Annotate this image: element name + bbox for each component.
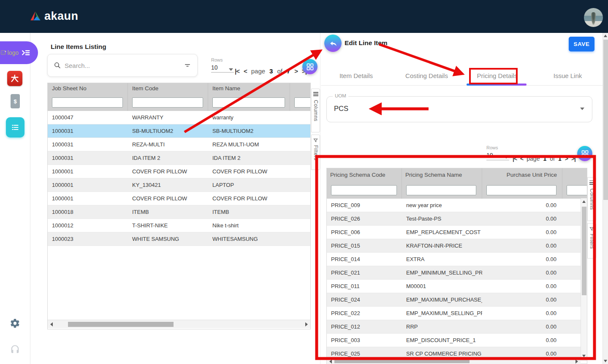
- left-panel-title: Line Items Listing: [51, 43, 106, 51]
- pricing-table-header: Pricing Schema Code Pricing Schema Name …: [327, 168, 587, 182]
- dollar-doc-icon: $: [14, 98, 16, 105]
- tab-pricing-details[interactable]: Pricing Details: [462, 67, 532, 85]
- line-item-row[interactable]: 1000047WARRANTYwarranty: [48, 111, 310, 124]
- expand-sidebar-icon[interactable]: [20, 48, 31, 57]
- line-item-row[interactable]: 1000031SB-MULTIUOM2SB-MULTIUOM2: [48, 124, 310, 138]
- first-page-button[interactable]: |<: [235, 67, 239, 75]
- current-page: 1: [543, 155, 546, 162]
- column-filter-input[interactable]: [331, 185, 397, 195]
- line-item-row[interactable]: 1000001COVER FOR PILLOWCOVER FOR PILLOW: [48, 165, 310, 178]
- pricing-schema-row[interactable]: PRICE_012RRP0.00: [327, 320, 587, 334]
- column-header-purchase-unit-price[interactable]: Purchase Unit Price: [482, 168, 562, 182]
- line-item-row[interactable]: 1000018ITEMBITEMB: [48, 205, 310, 219]
- pricing-schema-row[interactable]: PRICE_009new year price0.00: [327, 199, 587, 212]
- line-item-row[interactable]: 1000001COVER FOR PILLOWCOVER FOR PILLOW: [48, 192, 310, 205]
- tab-costing-details[interactable]: Costing Details: [391, 67, 462, 85]
- line-item-row-cell: COVER FOR PILLOW: [208, 192, 290, 205]
- save-button[interactable]: SAVE: [569, 37, 594, 51]
- scroll-up-icon[interactable]: [604, 35, 607, 37]
- total-pages: 7: [287, 67, 290, 75]
- settings-button[interactable]: [10, 318, 20, 329]
- line-items-table-header: Job Sheet No Item Code Item Name: [48, 83, 310, 94]
- pricing-filters-side-tab[interactable]: Filters: [587, 223, 596, 259]
- rows-per-page-select[interactable]: 10: [486, 152, 509, 160]
- last-page-button[interactable]: >|: [571, 155, 575, 162]
- first-page-button[interactable]: |<: [513, 155, 517, 162]
- column-header-pricing-schema-code[interactable]: Pricing Schema Code: [327, 168, 402, 182]
- scroll-left-icon[interactable]: [50, 322, 53, 326]
- pricing-schema-row[interactable]: PRICE_015KRAFTON-INR-PRICE0.00: [327, 239, 587, 253]
- left-filters-side-tab[interactable]: Filters: [311, 135, 320, 170]
- line-items-horizontal-scrollbar[interactable]: [48, 320, 310, 328]
- pricing-schema-row[interactable]: PRICE_011M000010.00: [327, 280, 587, 293]
- line-item-row-cell: warranty: [208, 111, 290, 124]
- column-filter-input[interactable]: [132, 97, 203, 108]
- scroll-left-icon[interactable]: [329, 359, 332, 364]
- active-tab-indicator: [467, 84, 527, 86]
- pricing-rows-per-page-control: Rows 10: [486, 145, 509, 160]
- user-avatar[interactable]: [584, 8, 603, 27]
- grid-view-button[interactable]: [302, 59, 318, 74]
- chevron-down-icon[interactable]: [580, 108, 584, 110]
- scroll-up-icon[interactable]: [582, 200, 586, 203]
- prev-page-button[interactable]: <: [244, 67, 247, 75]
- scroll-right-icon[interactable]: [305, 322, 308, 326]
- sidebar-item-app-icon[interactable]: [7, 71, 22, 86]
- search-input[interactable]: [65, 62, 180, 69]
- back-button[interactable]: [324, 35, 342, 52]
- search-bar: [47, 54, 198, 77]
- line-item-row[interactable]: 1000012T-SHIRT-NIKENike t-shirt: [48, 219, 310, 232]
- pricing-schema-row[interactable]: PRICE_014EXTRA0.00: [327, 253, 587, 266]
- column-filter-input[interactable]: [52, 97, 123, 108]
- column-filter-input[interactable]: [406, 185, 476, 195]
- scroll-right-icon[interactable]: [575, 359, 578, 364]
- line-item-row[interactable]: 1000001KY_130421LAPTOP: [48, 178, 310, 192]
- scroll-down-icon[interactable]: [604, 360, 607, 362]
- tab-item-details[interactable]: Item Details: [321, 67, 391, 85]
- search-icon: [54, 62, 61, 69]
- grid-view-button[interactable]: [577, 146, 592, 161]
- scrollbar-thumb[interactable]: [603, 40, 608, 200]
- scrollbar-thumb[interactable]: [334, 360, 470, 363]
- scroll-down-icon[interactable]: [582, 355, 586, 357]
- pricing-schema-row[interactable]: PRICE_021EMP_MINIMUM_SELLING_PRICE0.00: [327, 266, 587, 280]
- line-item-row-cell: 1000047: [48, 111, 128, 124]
- column-filter-input[interactable]: [486, 185, 556, 195]
- pricing-schema-row[interactable]: PRICE_024EMP_MAXIMUM_PURCHASE_P...0.00: [327, 293, 587, 307]
- sidebar-item-billing-icon[interactable]: $: [11, 94, 20, 108]
- rows-per-page-select[interactable]: 10: [211, 64, 234, 73]
- line-item-row-cell: 1000031: [48, 124, 128, 138]
- column-header-job-sheet-no[interactable]: Job Sheet No: [48, 83, 128, 94]
- left-columns-side-tab[interactable]: Columns: [311, 89, 320, 132]
- filter-sort-icon[interactable]: [184, 62, 191, 69]
- sidebar-item-line-items-active[interactable]: [6, 117, 24, 138]
- column-filter-input[interactable]: [294, 97, 311, 108]
- scrollbar-thumb[interactable]: [582, 207, 586, 295]
- sidebar-logo-pill[interactable]: logo: [0, 41, 38, 64]
- column-filter-input[interactable]: [212, 97, 285, 108]
- pricing-schema-row[interactable]: PRICE_003EMP_DISCOUNT_PRICE_10.00: [327, 334, 587, 347]
- pricing-schema-row[interactable]: PRICE_006EMP_REPLACEMENT_COST0.00: [327, 226, 587, 239]
- column-header-item-name[interactable]: Item Name: [208, 83, 290, 94]
- of-word: of: [277, 67, 282, 75]
- next-page-button[interactable]: >: [294, 67, 298, 75]
- scrollbar-thumb[interactable]: [68, 322, 174, 327]
- column-filter-input[interactable]: [567, 185, 587, 195]
- pricing-columns-side-tab[interactable]: Columns: [587, 177, 596, 221]
- page-scrollbar[interactable]: [603, 33, 608, 364]
- uom-select-field[interactable]: UOM PCS: [326, 96, 592, 122]
- pricing-horizontal-scrollbar[interactable]: [327, 358, 581, 364]
- line-item-row[interactable]: 1000031REZA-MULTIREZA MULTI-UOM: [48, 138, 310, 151]
- column-header-item-code[interactable]: Item Code: [128, 83, 208, 94]
- tab-issue-link[interactable]: Issue Link: [532, 67, 603, 85]
- prev-page-button[interactable]: <: [520, 155, 523, 162]
- column-header-pricing-schema-name[interactable]: Pricing Schema Name: [402, 168, 482, 182]
- support-button[interactable]: [10, 344, 20, 354]
- next-page-button[interactable]: >: [565, 155, 568, 162]
- line-item-row[interactable]: 1000031IDA ITEM 2IDA ITEM 2: [48, 151, 310, 165]
- pricing-schema-row-cell: 0.00: [482, 199, 562, 212]
- pricing-schema-row[interactable]: PRICE_026Test-Paste-PS0.00: [327, 212, 587, 226]
- pricing-vertical-scrollbar[interactable]: [581, 198, 587, 359]
- pricing-schema-row[interactable]: PRICE_022EMP_MAXIMUM_SELLING_PRICE0.00: [327, 307, 587, 320]
- line-item-row[interactable]: 1000023WHITE SAMSUNGWHITESAMSUNG: [48, 232, 310, 246]
